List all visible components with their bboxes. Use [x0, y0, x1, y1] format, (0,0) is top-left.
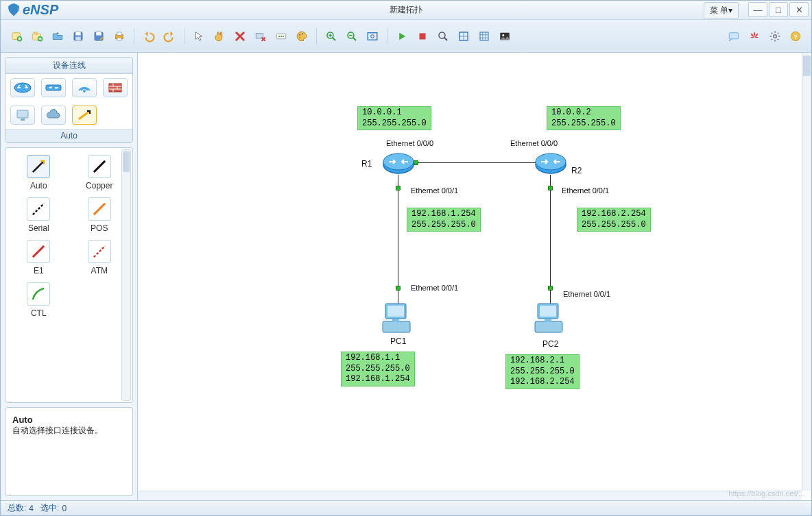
item-pos[interactable]: POS — [76, 197, 123, 233]
new-topo-button[interactable] — [8, 27, 25, 45]
grid-button[interactable] — [475, 27, 493, 45]
topology-canvas[interactable]: 10.0.0.1 255.255.255.0 10.0.0.2 255.255.… — [138, 53, 802, 491]
svg-rect-12 — [117, 32, 121, 36]
h-scrollbar[interactable] — [138, 491, 802, 500]
item-auto[interactable]: Auto — [15, 155, 62, 191]
zoom-in-button[interactable] — [322, 27, 340, 45]
window-title: 新建拓扑 — [390, 4, 422, 16]
zoom-out-button[interactable] — [343, 27, 361, 45]
r2-port-bottom: Ethernet 0/0/1 — [562, 186, 609, 195]
stop-button[interactable] — [414, 27, 431, 45]
svg-rect-24 — [368, 32, 377, 40]
svg-rect-26 — [420, 33, 426, 39]
category-wireless[interactable] — [72, 78, 97, 97]
item-copper[interactable]: Copper — [76, 155, 123, 191]
item-e1[interactable]: E1 — [15, 240, 62, 275]
r2-ip-top[interactable]: 10.0.0.2 255.255.255.0 — [547, 106, 621, 130]
item-serial[interactable]: Serial — [15, 197, 62, 233]
svg-rect-49 — [392, 319, 399, 322]
svg-point-33 — [774, 34, 777, 38]
category-router[interactable] — [10, 78, 35, 97]
item-atm[interactable]: ATM — [76, 240, 123, 275]
remove-conn-button[interactable] — [252, 27, 270, 45]
maximize-button[interactable]: □ — [769, 2, 788, 17]
pointer-button[interactable] — [190, 27, 208, 45]
main-area: 设备连线 Auto AutoCopperSerialPOSE1ATMCTL Au… — [1, 53, 811, 500]
pc2-config[interactable]: 192.168.2.1 255.255.255.0 192.168.2.254 — [505, 354, 580, 389]
save-as-button[interactable] — [90, 27, 108, 45]
svg-point-21 — [299, 37, 300, 38]
desc-title: Auto — [12, 415, 33, 425]
palette-button[interactable] — [293, 27, 311, 45]
items-scrollbar[interactable] — [121, 149, 131, 401]
pan-button[interactable] — [211, 27, 228, 45]
settings-button[interactable] — [766, 27, 784, 45]
print-button[interactable] — [110, 27, 128, 45]
app-logo: eNSP — [6, 2, 58, 18]
logo-icon — [6, 3, 21, 17]
svg-point-17 — [280, 35, 282, 36]
save-button[interactable] — [69, 27, 87, 45]
show-all-interface-button[interactable] — [455, 27, 473, 45]
pc2[interactable] — [532, 301, 568, 335]
menu-button[interactable]: 菜 单▾ — [704, 2, 739, 19]
category-cloud[interactable] — [41, 106, 66, 125]
svg-point-20 — [302, 33, 303, 34]
capture-button[interactable] — [434, 27, 452, 45]
pc1-port: Ethernet 0/0/1 — [411, 284, 458, 292]
router-r2[interactable] — [534, 151, 567, 175]
status-sel: 0 — [62, 504, 67, 513]
status-bar: 总数: 4 选中: 0 — [1, 500, 811, 515]
text-button[interactable] — [272, 27, 290, 45]
svg-rect-7 — [75, 32, 81, 36]
category-switch[interactable] — [41, 78, 66, 97]
r2-port-top: Ethernet 0/0/0 — [510, 139, 558, 147]
description-panel: Auto 自动选择接口连接设备。 — [5, 407, 133, 496]
message-button[interactable] — [725, 27, 743, 45]
huawei-button[interactable] — [745, 27, 763, 45]
desc-body: 自动选择接口连接设备。 — [12, 426, 103, 435]
item-ctl[interactable]: CTL — [15, 282, 62, 318]
svg-point-36 — [14, 83, 31, 93]
new-project-button[interactable] — [28, 27, 46, 45]
svg-point-31 — [502, 34, 504, 36]
svg-rect-37 — [46, 85, 61, 90]
router-r1[interactable] — [382, 151, 415, 175]
r1-ip-bottom[interactable]: 192.168.1.254 255.255.255.0 — [407, 208, 481, 232]
app-name: eNSP — [23, 2, 58, 18]
svg-point-18 — [283, 35, 284, 36]
link-dot — [548, 286, 553, 291]
pc1-config[interactable]: 192.168.1.1 255.255.255.0 192.168.1.254 — [341, 352, 415, 386]
link-dot — [396, 186, 401, 191]
background-button[interactable] — [496, 27, 514, 45]
r2-ip-bottom[interactable]: 192.168.2.254 255.255.255.0 — [577, 208, 651, 232]
sidebar: 设备连线 Auto AutoCopperSerialPOSE1ATMCTL Au… — [1, 53, 138, 500]
redo-button[interactable] — [160, 27, 178, 45]
category-link[interactable] — [72, 106, 97, 125]
undo-button[interactable] — [140, 27, 158, 45]
category-panel: 设备连线 Auto — [5, 57, 133, 143]
r1-port-top: Ethernet 0/0/0 — [386, 139, 433, 147]
v-scrollbar[interactable] — [802, 53, 811, 491]
status-total: 4 — [29, 504, 34, 513]
minimize-button[interactable]: — — [748, 2, 767, 17]
help-button[interactable]: ? — [787, 27, 804, 45]
link-r1-r2[interactable] — [416, 162, 549, 163]
svg-rect-40 — [17, 110, 28, 118]
delete-button[interactable] — [231, 27, 249, 45]
category-terminal[interactable] — [10, 106, 35, 125]
titlebar: eNSP 新建拓扑 菜 单▾ — □ ✕ — [1, 1, 811, 20]
r1-ip-top[interactable]: 10.0.0.1 255.255.255.0 — [357, 106, 431, 130]
svg-point-25 — [371, 34, 374, 38]
svg-rect-47 — [387, 306, 404, 317]
zoom-fit-button[interactable] — [363, 27, 381, 45]
start-button[interactable] — [393, 27, 411, 45]
link-dot — [396, 286, 401, 291]
r2-label: R2 — [571, 166, 582, 175]
open-button[interactable] — [49, 27, 67, 45]
pc1[interactable] — [380, 301, 416, 335]
close-button[interactable]: ✕ — [789, 2, 809, 17]
category-firewall[interactable] — [103, 78, 128, 97]
svg-point-43 — [383, 153, 414, 170]
category-title: 设备连线 — [5, 58, 132, 74]
